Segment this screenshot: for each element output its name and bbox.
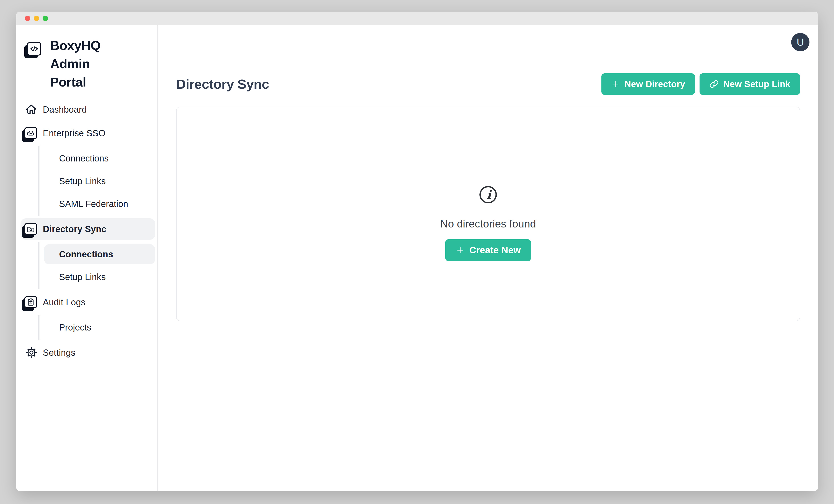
sidebar-subitem-sso-setup-links[interactable]: Setup Links [44, 171, 155, 191]
gear-icon [26, 347, 37, 358]
sidebar-subitem-dsync-setup-links[interactable]: Setup Links [44, 267, 155, 287]
link-icon [709, 80, 719, 89]
sidebar-subitem-saml-federation[interactable]: SAML Federation [44, 194, 155, 214]
directory-sync-subnav: Connections Setup Links [38, 242, 155, 289]
user-avatar[interactable]: U [791, 33, 810, 51]
page-actions: New Directory New Setup Link [601, 73, 800, 95]
sidebar-nav: Dashboard Enterprise SSO [21, 99, 155, 363]
empty-state-message: No directories found [440, 218, 536, 230]
sidebar-item-settings[interactable]: Settings [21, 342, 155, 363]
maximize-window-button[interactable] [43, 16, 48, 21]
sso-cloud-keycap-icon [24, 127, 37, 139]
new-directory-button[interactable]: New Directory [601, 73, 695, 95]
new-setup-link-button[interactable]: New Setup Link [700, 73, 800, 95]
sidebar-subitem-projects[interactable]: Projects [44, 317, 155, 337]
main-area: U Directory Sync New Directory [158, 25, 818, 491]
sidebar-item-audit-logs[interactable]: Audit Logs [21, 291, 155, 313]
code-keycap-icon [27, 42, 41, 56]
sidebar-subitem-dsync-connections[interactable]: Connections [44, 244, 155, 264]
sidebar-item-label: Enterprise SSO [43, 128, 106, 138]
app-title: BoxyHQ Admin Portal [50, 36, 126, 91]
window-titlebar [16, 12, 818, 25]
sidebar-subitem-sso-connections[interactable]: Connections [44, 148, 155, 168]
page-header: Directory Sync New Directory [176, 73, 800, 95]
plus-icon [456, 245, 465, 255]
create-new-button[interactable]: Create New [445, 239, 531, 261]
top-header: U [158, 25, 818, 59]
sidebar-item-dashboard[interactable]: Dashboard [21, 99, 155, 120]
directory-folder-keycap-icon [24, 223, 37, 235]
sidebar: BoxyHQ Admin Portal Dashboard [16, 25, 158, 491]
plus-icon [611, 80, 620, 89]
minimize-window-button[interactable] [34, 16, 39, 21]
audit-logs-subnav: Projects [38, 315, 155, 339]
svg-text:i: i [487, 188, 492, 202]
sidebar-item-label: Directory Sync [43, 224, 106, 234]
sidebar-item-label: Settings [43, 348, 75, 358]
info-icon: i [479, 185, 498, 204]
app-window: BoxyHQ Admin Portal Dashboard [16, 12, 818, 491]
close-window-button[interactable] [25, 16, 30, 21]
home-icon [25, 104, 37, 115]
page-title: Directory Sync [176, 76, 269, 92]
sidebar-item-directory-sync[interactable]: Directory Sync [21, 218, 155, 240]
sidebar-item-label: Dashboard [43, 105, 87, 115]
page-content: Directory Sync New Directory [158, 59, 818, 491]
directories-empty-card: i No directories found Create New [176, 107, 800, 321]
enterprise-sso-subnav: Connections Setup Links SAML Federation [38, 146, 155, 216]
sidebar-item-label: Audit Logs [43, 297, 85, 307]
sidebar-item-enterprise-sso[interactable]: Enterprise SSO [21, 123, 155, 144]
app-logo[interactable]: BoxyHQ Admin Portal [21, 36, 155, 91]
audit-clipboard-keycap-icon [24, 296, 37, 308]
